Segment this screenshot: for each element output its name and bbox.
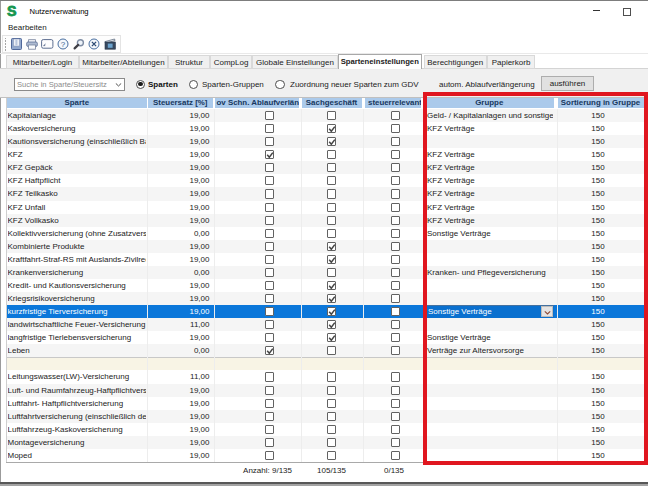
svg-text:?: ? [61, 40, 66, 49]
